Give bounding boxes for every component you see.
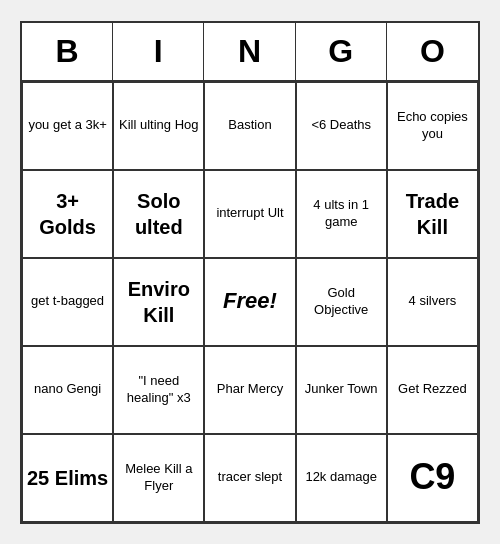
bingo-cell-19: Get Rezzed [387, 346, 478, 434]
bingo-cell-2: Bastion [204, 82, 295, 170]
bingo-cell-10: get t-bagged [22, 258, 113, 346]
bingo-cell-12: Free! [204, 258, 295, 346]
bingo-cell-17: Phar Mercy [204, 346, 295, 434]
bingo-cell-1: Kill ulting Hog [113, 82, 204, 170]
bingo-cell-15: nano Gengi [22, 346, 113, 434]
bingo-cell-22: tracer slept [204, 434, 295, 522]
bingo-cell-7: interrupt Ult [204, 170, 295, 258]
bingo-card: BINGO you get a 3k+Kill ulting HogBastio… [20, 21, 480, 524]
bingo-cell-3: <6 Deaths [296, 82, 387, 170]
bingo-cell-5: 3+ Golds [22, 170, 113, 258]
bingo-cell-8: 4 ults in 1 game [296, 170, 387, 258]
bingo-cell-18: Junker Town [296, 346, 387, 434]
header-letter-n: N [204, 23, 295, 80]
bingo-cell-11: Enviro Kill [113, 258, 204, 346]
bingo-cell-16: "I need healing" x3 [113, 346, 204, 434]
bingo-cell-9: Trade Kill [387, 170, 478, 258]
header-letter-g: G [296, 23, 387, 80]
bingo-grid: you get a 3k+Kill ulting HogBastion<6 De… [22, 82, 478, 522]
bingo-cell-20: 25 Elims [22, 434, 113, 522]
bingo-cell-0: you get a 3k+ [22, 82, 113, 170]
bingo-cell-23: 12k damage [296, 434, 387, 522]
bingo-cell-14: 4 silvers [387, 258, 478, 346]
bingo-header: BINGO [22, 23, 478, 82]
header-letter-o: O [387, 23, 478, 80]
header-letter-b: B [22, 23, 113, 80]
header-letter-i: I [113, 23, 204, 80]
bingo-cell-4: Echo copies you [387, 82, 478, 170]
bingo-cell-13: Gold Objective [296, 258, 387, 346]
bingo-cell-21: Melee Kill a Flyer [113, 434, 204, 522]
bingo-cell-6: Solo ulted [113, 170, 204, 258]
bingo-cell-24: C9 [387, 434, 478, 522]
